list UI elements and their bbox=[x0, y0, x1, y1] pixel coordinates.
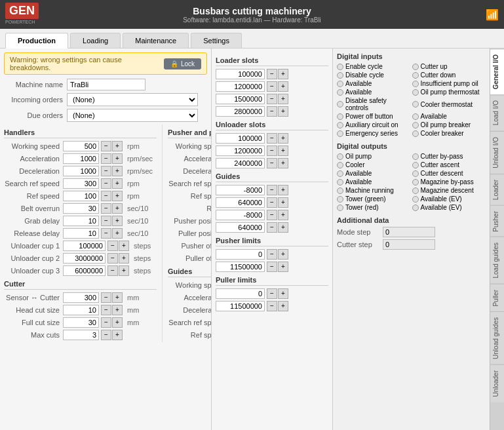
side-tab-load-guides[interactable]: Load guides bbox=[490, 237, 504, 284]
guide-pos-2-minus[interactable]: − bbox=[267, 197, 277, 208]
unloader-slot-3-minus[interactable]: − bbox=[267, 158, 277, 168]
handler-bo-minus[interactable]: − bbox=[101, 203, 111, 214]
loader-slot-3-plus[interactable]: + bbox=[278, 94, 288, 104]
unloader-slot-1-minus[interactable]: − bbox=[267, 133, 277, 144]
guide-pos-2-input[interactable] bbox=[216, 197, 265, 208]
side-tab-load-io[interactable]: Load I/O bbox=[490, 94, 504, 130]
cutter-hcs-minus[interactable]: − bbox=[101, 305, 111, 315]
puller-limit-1-minus[interactable]: − bbox=[267, 288, 277, 299]
pusher-limit-1-minus[interactable]: − bbox=[267, 249, 277, 260]
guide-pos-1-plus[interactable]: + bbox=[278, 185, 288, 195]
guide-pos-4-minus[interactable]: − bbox=[267, 222, 277, 233]
puller-limit-2-minus[interactable]: − bbox=[267, 301, 277, 311]
handler-acc-input[interactable] bbox=[63, 153, 99, 164]
puller-limit-1-input[interactable] bbox=[216, 288, 265, 299]
loader-slot-4-plus[interactable]: + bbox=[278, 106, 288, 117]
handler-acc-minus[interactable]: − bbox=[101, 153, 111, 164]
loader-slot-1-plus[interactable]: + bbox=[278, 69, 288, 79]
cutter-hcs-plus[interactable]: + bbox=[112, 305, 123, 315]
loader-slot-2-input[interactable] bbox=[216, 81, 265, 92]
handler-srs-minus[interactable]: − bbox=[101, 178, 111, 189]
handler-uc3-input[interactable] bbox=[63, 265, 106, 276]
tab-settings[interactable]: Settings bbox=[191, 33, 242, 48]
side-tab-unload-guides[interactable]: Unload guides bbox=[490, 311, 504, 364]
handler-rd-minus[interactable]: − bbox=[101, 228, 111, 239]
unloader-slot-2-input[interactable] bbox=[216, 146, 265, 156]
handler-ws-plus[interactable]: + bbox=[112, 141, 123, 151]
guide-pos-3-input[interactable] bbox=[216, 210, 265, 220]
pusher-limit-2-input[interactable] bbox=[216, 262, 265, 272]
cutter-sensor-minus[interactable]: − bbox=[101, 292, 111, 303]
handler-dec-input[interactable] bbox=[63, 166, 99, 176]
handler-ws-input[interactable] bbox=[63, 141, 99, 151]
handler-gd-minus[interactable]: − bbox=[101, 216, 111, 226]
guide-pos-4-plus[interactable]: + bbox=[278, 222, 288, 233]
unloader-slot-2-minus[interactable]: − bbox=[267, 146, 277, 156]
loader-slot-2-minus[interactable]: − bbox=[267, 81, 277, 92]
unloader-slot-3-input[interactable] bbox=[216, 158, 265, 168]
unloader-slot-1-input[interactable] bbox=[216, 133, 265, 144]
loader-slot-1-input[interactable] bbox=[216, 69, 265, 79]
handler-acc-plus[interactable]: + bbox=[112, 153, 123, 164]
guide-pos-3-minus[interactable]: − bbox=[267, 210, 277, 220]
machine-name-input[interactable] bbox=[67, 79, 145, 90]
cutter-sensor-input[interactable] bbox=[63, 292, 99, 303]
handler-srs-plus[interactable]: + bbox=[112, 178, 123, 189]
handler-dec-plus[interactable]: + bbox=[112, 166, 123, 176]
handler-gd-plus[interactable]: + bbox=[112, 216, 123, 226]
guide-pos-3-plus[interactable]: + bbox=[278, 210, 288, 220]
cutter-fcs-input[interactable] bbox=[63, 317, 99, 328]
handler-bo-plus[interactable]: + bbox=[112, 203, 123, 214]
pusher-limit-1-plus[interactable]: + bbox=[278, 249, 288, 260]
handler-srs-input[interactable] bbox=[63, 178, 99, 189]
handler-rs-plus[interactable]: + bbox=[112, 191, 123, 201]
handler-ws-minus[interactable]: − bbox=[101, 141, 111, 151]
handler-uc2-minus[interactable]: − bbox=[107, 253, 118, 264]
handler-rs-minus[interactable]: − bbox=[101, 191, 111, 201]
pusher-limit-1-input[interactable] bbox=[216, 249, 265, 260]
guide-pos-1-minus[interactable]: − bbox=[267, 185, 277, 195]
handler-rd-input[interactable] bbox=[63, 228, 99, 239]
handler-rd-plus[interactable]: + bbox=[112, 228, 123, 239]
handler-uc2-plus[interactable]: + bbox=[119, 253, 129, 264]
unloader-slot-2-plus[interactable]: + bbox=[278, 146, 288, 156]
handler-gd-input[interactable] bbox=[63, 216, 99, 226]
side-tab-loader[interactable]: Loader bbox=[490, 174, 504, 205]
handler-uc3-minus[interactable]: − bbox=[107, 265, 118, 276]
loader-slot-2-plus[interactable]: + bbox=[278, 81, 288, 92]
cutter-mc-minus[interactable]: − bbox=[101, 330, 111, 340]
cutter-hcs-input[interactable] bbox=[63, 305, 99, 315]
loader-slot-4-input[interactable] bbox=[216, 106, 265, 117]
pusher-limit-2-plus[interactable]: + bbox=[278, 262, 288, 272]
side-tab-general-io[interactable]: General I/O bbox=[490, 49, 504, 94]
side-tab-unloader[interactable]: Unloader bbox=[490, 364, 504, 402]
loader-slot-1-minus[interactable]: − bbox=[267, 69, 277, 79]
puller-limit-2-input[interactable] bbox=[216, 301, 265, 311]
due-orders-select[interactable]: (None) bbox=[67, 109, 198, 122]
side-tab-pusher[interactable]: Pusher bbox=[490, 205, 504, 237]
tab-loading[interactable]: Loading bbox=[70, 33, 121, 48]
loader-slot-3-input[interactable] bbox=[216, 94, 265, 104]
guide-pos-1-input[interactable] bbox=[216, 185, 265, 195]
tab-maintenance[interactable]: Maintenance bbox=[123, 33, 189, 48]
loader-slot-4-minus[interactable]: − bbox=[267, 106, 277, 117]
unloader-slot-3-plus[interactable]: + bbox=[278, 158, 288, 168]
tab-production[interactable]: Production bbox=[5, 33, 68, 49]
cutter-step-input[interactable] bbox=[383, 239, 435, 250]
cutter-fcs-minus[interactable]: − bbox=[101, 317, 111, 328]
loader-slot-3-minus[interactable]: − bbox=[267, 94, 277, 104]
handler-uc1-plus[interactable]: + bbox=[119, 241, 129, 251]
handler-uc1-input[interactable] bbox=[63, 241, 106, 251]
lock-button[interactable]: 🔒 Lock bbox=[164, 58, 201, 69]
handler-uc3-plus[interactable]: + bbox=[119, 265, 129, 276]
cutter-fcs-plus[interactable]: + bbox=[112, 317, 123, 328]
guide-pos-2-plus[interactable]: + bbox=[278, 197, 288, 208]
handler-uc2-input[interactable] bbox=[63, 253, 106, 264]
cutter-mc-plus[interactable]: + bbox=[112, 330, 123, 340]
pusher-limit-2-minus[interactable]: − bbox=[267, 262, 277, 272]
mode-step-input[interactable] bbox=[383, 227, 435, 237]
handler-dec-minus[interactable]: − bbox=[101, 166, 111, 176]
puller-limit-1-plus[interactable]: + bbox=[278, 288, 288, 299]
side-tab-puller[interactable]: Puller bbox=[490, 284, 504, 312]
handler-uc1-minus[interactable]: − bbox=[107, 241, 118, 251]
